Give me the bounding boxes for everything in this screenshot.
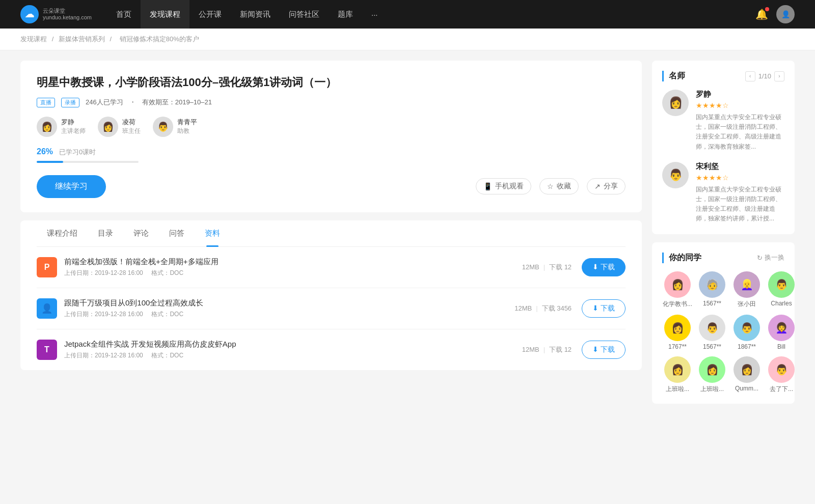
- student-avatar-2: 👱‍♀️: [734, 271, 760, 298]
- student-item-7: 👩‍🦱 Bill: [766, 315, 797, 350]
- student-name-1: 1567**: [697, 300, 727, 307]
- user-avatar[interactable]: 👤: [776, 5, 795, 23]
- continue-learning-button[interactable]: 继续学习: [37, 175, 106, 198]
- tab-intro[interactable]: 课程介绍: [37, 220, 88, 246]
- refresh-icon: ↻: [757, 254, 763, 262]
- nav-item-open[interactable]: 公开课: [189, 0, 231, 29]
- student-name-10: Qumm...: [731, 385, 762, 392]
- course-title: 明星中教授课，小学阶段语法100分–强化级第1讲动词（一）: [37, 75, 626, 91]
- tabs: 课程介绍 目录 评论 问答 资料: [37, 220, 626, 247]
- file-item-0: P 前端全栈加强版！前端全栈+全周期+多端应用 上传日期：2019-12-28 …: [37, 247, 626, 288]
- student-avatar-9: 👩: [699, 356, 725, 383]
- progress-section: 26% 已学习0课时: [37, 147, 626, 163]
- file-info-1: 跟随千万级项目从0到100全过程高效成长 上传日期：2019-12-28 16:…: [64, 298, 514, 319]
- teacher-2-name: 青青平: [177, 118, 197, 127]
- teacher-1-info: 凌荷 班主任: [122, 118, 141, 135]
- download-button-1[interactable]: ⬇ 下载: [582, 299, 626, 318]
- course-valid: ・: [129, 98, 136, 107]
- nav-item-home[interactable]: 首页: [107, 0, 141, 29]
- students-sidebar-card: 你的同学 ↻ 换一换 👩 化学教书... 🧓 1567** 👱‍♀️ 张小田: [652, 242, 795, 404]
- teacher-1: 👩 凌荷 班主任: [98, 117, 141, 137]
- student-name-2: 张小田: [731, 300, 762, 309]
- student-name-4: 1767**: [662, 343, 693, 350]
- teachers-sidebar-card: 名师 ‹ 1/10 › 👩 罗静 ★★★★☆ 国内某重点大学安全工程专业硕士，国…: [652, 61, 795, 234]
- teacher-2-avatar: 👨: [153, 117, 173, 137]
- file-name-2: Jetpack全组件实战 开发短视频应用高仿皮皮虾App: [64, 340, 522, 349]
- file-list: P 前端全栈加强版！前端全栈+全周期+多端应用 上传日期：2019-12-28 …: [37, 247, 626, 370]
- nav-item-qa[interactable]: 问答社区: [280, 0, 329, 29]
- students-sidebar-title: 你的同学: [662, 253, 701, 263]
- student-name-11: 去了下...: [766, 385, 797, 394]
- logo[interactable]: ☁ 云朵课堂 yunduo.ketang.com: [20, 5, 92, 23]
- teachers-pagination: ‹ 1/10 ›: [745, 71, 784, 81]
- teacher-sidebar-stars-0: ★★★★☆: [696, 101, 784, 109]
- logo-icon: ☁: [20, 5, 39, 23]
- file-size-2: 12MB: [522, 346, 539, 353]
- student-item-8: 👩 上班啦...: [662, 356, 693, 394]
- logo-text: 云朵课堂 yunduo.ketang.com: [43, 8, 92, 21]
- course-header-card: 明星中教授课，小学阶段语法100分–强化级第1讲动词（一） 直播 录播 246人…: [20, 61, 642, 212]
- prev-page-button[interactable]: ‹: [745, 71, 755, 81]
- main-layout: 明星中教授课，小学阶段语法100分–强化级第1讲动词（一） 直播 录播 246人…: [0, 50, 815, 422]
- breadcrumb-sep-1: /: [52, 35, 56, 43]
- student-name-5: 1567**: [697, 343, 727, 350]
- teacher-sidebar-name-1: 宋利坚: [696, 162, 784, 172]
- file-meta-0: 上传日期：2019-12-28 16:00 格式：DOC: [64, 269, 522, 277]
- mobile-label: 手机观看: [495, 182, 524, 191]
- share-button[interactable]: ↗ 分享: [587, 178, 626, 194]
- notification-bell[interactable]: 🔔: [755, 8, 768, 20]
- teacher-sidebar-desc-0: 国内某重点大学安全工程专业硕士，国家一级注册消防工程师、注册安全工程师、高级注册…: [696, 113, 784, 152]
- navigation: ☁ 云朵课堂 yunduo.ketang.com 首页 发现课程 公开课 新闻资…: [0, 0, 815, 29]
- collect-label: 收藏: [557, 182, 571, 191]
- student-item-3: 👨 Charles: [766, 271, 797, 309]
- student-avatar-3: 👨: [768, 271, 795, 298]
- course-validity: 有效期至：2019–10–21: [142, 98, 212, 107]
- teacher-sidebar-stars-1: ★★★★☆: [696, 174, 784, 182]
- student-item-11: 👨 去了下...: [766, 356, 797, 394]
- students-grid: 👩 化学教书... 🧓 1567** 👱‍♀️ 张小田 👨 Charles 👩: [662, 271, 784, 394]
- collect-button[interactable]: ☆ 收藏: [539, 178, 579, 194]
- nav-item-more[interactable]: ···: [362, 0, 387, 29]
- course-actions: 继续学习 📱 手机观看 ☆ 收藏 ↗ 分享: [37, 175, 626, 198]
- tab-materials[interactable]: 资料: [195, 220, 230, 246]
- next-page-button[interactable]: ›: [774, 71, 784, 81]
- file-info-2: Jetpack全组件实战 开发短视频应用高仿皮皮虾App 上传日期：2019-1…: [64, 340, 522, 360]
- teacher-0-avatar: 👩: [37, 117, 57, 137]
- download-button-2[interactable]: ⬇ 下载: [582, 341, 626, 359]
- refresh-students-button[interactable]: ↻ 换一换: [757, 253, 784, 262]
- student-name-3: Charles: [766, 300, 797, 307]
- student-avatar-4: 👩: [664, 315, 691, 341]
- badge-live: 直播: [37, 98, 55, 107]
- page-info: 1/10: [758, 72, 771, 80]
- teacher-1-name: 凌荷: [122, 118, 141, 127]
- teacher-0-role: 主讲老师: [61, 127, 86, 135]
- tab-catalog[interactable]: 目录: [88, 220, 123, 246]
- mobile-view-button[interactable]: 📱 手机观看: [476, 178, 531, 194]
- file-size-1: 12MB: [514, 304, 532, 312]
- teacher-2-info: 青青平 助教: [177, 118, 197, 135]
- breadcrumb-current: 销冠修炼术搞定80%的客户: [120, 35, 199, 43]
- file-info-0: 前端全栈加强版！前端全栈+全周期+多端应用 上传日期：2019-12-28 16…: [64, 257, 522, 277]
- nav-items: 首页 发现课程 公开课 新闻资讯 问答社区 题库 ···: [107, 0, 755, 29]
- teachers-list: 👩 罗静 主讲老师 👩 凌荷 班主任 👨 青青平: [37, 117, 626, 137]
- teacher-sidebar-avatar-0: 👩: [662, 90, 689, 116]
- tabs-section: 课程介绍 目录 评论 问答 资料 P 前端全栈加强版！前端全栈+全周期+多端应用…: [20, 220, 642, 370]
- tab-review[interactable]: 评论: [123, 220, 159, 246]
- file-size-0: 12MB: [522, 263, 539, 271]
- breadcrumb-link-1[interactable]: 发现课程: [20, 35, 47, 43]
- file-icon-2: T: [37, 340, 57, 360]
- breadcrumb-link-2[interactable]: 新媒体营销系列: [59, 35, 105, 43]
- progress-pct: 26%: [37, 147, 53, 156]
- content-area: 明星中教授课，小学阶段语法100分–强化级第1讲动词（一） 直播 录播 246人…: [20, 61, 642, 412]
- file-downloads-2: 下载 12: [549, 345, 572, 354]
- student-item-10: 👩 Qumm...: [731, 356, 762, 394]
- student-avatar-8: 👩: [664, 356, 691, 383]
- tab-qa[interactable]: 问答: [159, 220, 195, 246]
- download-button-0[interactable]: ⬇ 下载: [582, 258, 626, 276]
- file-meta-2: 上传日期：2019-12-28 16:00 格式：DOC: [64, 351, 522, 360]
- nav-item-news[interactable]: 新闻资讯: [231, 0, 280, 29]
- nav-item-quiz[interactable]: 题库: [329, 0, 362, 29]
- notification-dot: [765, 7, 769, 11]
- nav-item-discover[interactable]: 发现课程: [141, 0, 189, 29]
- teacher-sidebar-avatar-1: 👨: [662, 162, 689, 188]
